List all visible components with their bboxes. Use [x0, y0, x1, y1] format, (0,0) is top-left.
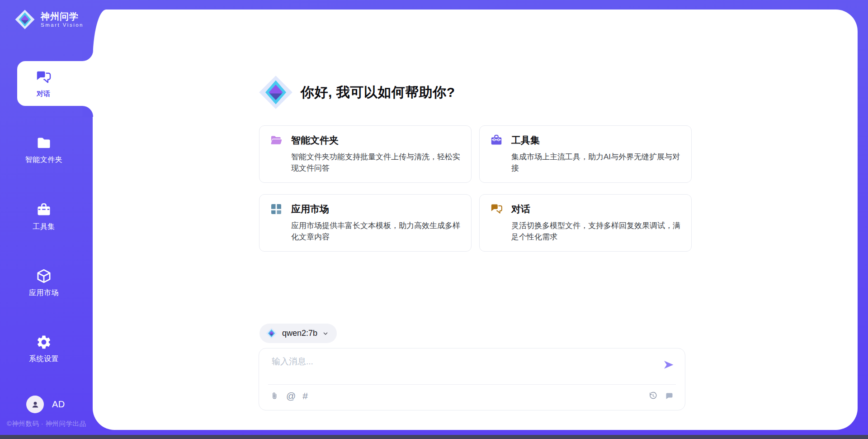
user-icon [30, 399, 41, 410]
sidebar-item-label: 应用市场 [29, 288, 59, 298]
card-description: 灵活切换多模型文件，支持多样回复效果调试，满足个性化需求 [511, 220, 680, 243]
copyright: ©神州数码 · 神州问学出品 [7, 420, 86, 428]
brand-subtitle: Smart Vision [41, 22, 84, 28]
user-profile[interactable]: AD [26, 396, 65, 413]
tab-fillet-top [82, 50, 93, 61]
chat-icon [35, 69, 52, 86]
feature-card-app-market[interactable]: 应用市场 应用市场提供丰富长文本模板，助力高效生成多样化文章内容 [259, 194, 472, 252]
model-name: qwen2:7b [282, 329, 317, 338]
cube-icon [36, 268, 52, 284]
card-title: 对话 [511, 203, 530, 215]
attach-button[interactable] [270, 391, 279, 401]
page-title: 你好, 我可以如何帮助你? [301, 83, 455, 102]
content-area: 你好, 我可以如何帮助你? 智能文件夹 智能文件夹功能支持批量文件上传与清洗，轻… [259, 10, 692, 430]
user-initials: AD [52, 399, 65, 410]
send-icon [662, 358, 675, 371]
brand-logo-icon [14, 9, 36, 30]
feature-card-toolset[interactable]: 工具集 集成市场上主流工具，助力AI与外界无缝扩展与对接 [479, 125, 692, 183]
history-button[interactable] [648, 391, 658, 401]
sidebar-item-label: 对话 [37, 90, 50, 98]
card-description: 应用市场提供丰富长文本模板，助力高效生成多样化文章内容 [291, 220, 460, 243]
greeting: 你好, 我可以如何帮助你? [257, 74, 455, 111]
apps-icon [269, 202, 283, 216]
brand: 神州问学 Smart Vision [14, 9, 84, 30]
assistant-logo-icon [257, 74, 294, 111]
card-description: 集成市场上主流工具，助力AI与外界无缝扩展与对接 [511, 151, 680, 174]
gear-icon [36, 334, 52, 350]
brand-name: 神州问学 [41, 11, 84, 21]
briefcase-icon [490, 134, 503, 147]
card-description: 智能文件夹功能支持批量文件上传与清洗，轻松实现文件问答 [291, 151, 460, 174]
composer-divider [268, 384, 676, 385]
card-title: 应用市场 [291, 203, 329, 215]
sidebar-item-app-market[interactable]: 应用市场 [0, 268, 88, 298]
feature-card-chat[interactable]: 对话 灵活切换多模型文件，支持多样回复效果调试，满足个性化需求 [479, 194, 692, 252]
avatar [26, 396, 44, 413]
folder-open-icon [269, 134, 283, 147]
model-selector[interactable]: qwen2:7b [259, 324, 337, 343]
chat-icon [490, 202, 503, 216]
card-title: 工具集 [511, 134, 540, 147]
feature-card-smart-folders[interactable]: 智能文件夹 智能文件夹功能支持批量文件上传与清洗，轻松实现文件问答 [259, 125, 472, 183]
sidebar-item-label: 智能文件夹 [25, 155, 63, 165]
app: { "brand": {"name": "神州问学", "subtitle": … [0, 0, 868, 439]
sidebar-item-settings[interactable]: 系统设置 [0, 334, 88, 364]
send-button[interactable] [662, 358, 675, 371]
sidebar-item-label: 工具集 [33, 222, 55, 232]
card-title: 智能文件夹 [291, 134, 339, 147]
channel-button[interactable]: # [302, 391, 308, 401]
briefcase-icon [36, 202, 52, 218]
folder-icon [36, 135, 52, 151]
sidebar-item-smart-folders[interactable]: 智能文件夹 [0, 135, 88, 165]
mention-button[interactable]: @ [286, 391, 296, 401]
bottom-strip [0, 435, 868, 439]
composer: @ # [259, 348, 685, 410]
sidebar-item-toolset[interactable]: 工具集 [0, 202, 88, 232]
sidebar-item-chat[interactable]: 对话 [17, 61, 93, 106]
at-icon: @ [286, 391, 296, 401]
feature-cards: 智能文件夹 智能文件夹功能支持批量文件上传与清洗，轻松实现文件问答 工具集 集成… [259, 125, 692, 252]
message-input[interactable] [271, 355, 652, 383]
sidebar-item-label: 系统设置 [29, 354, 59, 364]
chat-filled-icon [665, 391, 674, 401]
model-icon [265, 327, 278, 339]
history-icon [648, 391, 658, 401]
chevron-down-icon [322, 330, 329, 337]
paperclip-icon [270, 391, 279, 401]
tab-fillet-bottom [82, 106, 93, 117]
hash-icon: # [302, 391, 308, 401]
conversations-button[interactable] [665, 391, 674, 401]
